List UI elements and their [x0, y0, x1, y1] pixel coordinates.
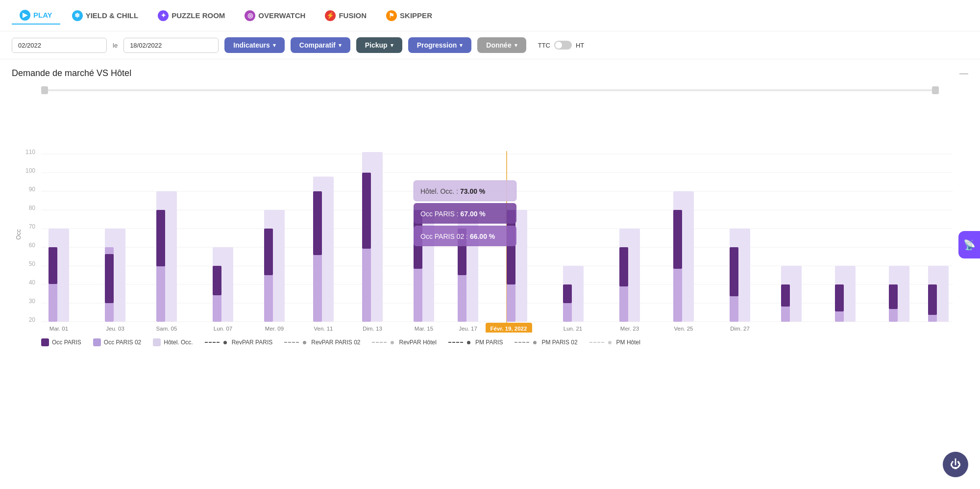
occ-paris-swatch	[41, 338, 49, 346]
svg-text:Févr. 19, 2022: Févr. 19, 2022	[490, 326, 527, 332]
bar-paris	[105, 254, 114, 303]
ttc-ht-toggle-group: TTC HT	[538, 41, 585, 50]
svg-text:Ven. 11: Ven. 11	[314, 326, 333, 332]
bar-paris	[889, 284, 898, 309]
nav-bar: ▶ PLAY ❄ YIELD & CHILL ✦ PUZZLE ROOM ◎ O…	[0, 0, 980, 31]
svg-text:Mer. 09: Mer. 09	[265, 326, 284, 332]
legend-revpar-hotel: RevPAR Hôtel	[372, 339, 436, 346]
legend-pm-paris02: PM PARIS 02	[514, 339, 577, 346]
svg-text:Occ PARIS : 67.00 %: Occ PARIS : 67.00 %	[420, 210, 486, 218]
svg-text:Jeu. 03: Jeu. 03	[106, 326, 124, 332]
svg-text:Mer. 23: Mer. 23	[620, 326, 639, 332]
broadcast-icon: 📡	[963, 239, 976, 251]
revpar-paris02-label: RevPAR PARIS 02	[311, 339, 360, 346]
date-from-input[interactable]	[12, 38, 107, 53]
svg-text:Sam. 05: Sam. 05	[156, 326, 177, 332]
legend-revpar-paris: RevPAR PARIS	[205, 339, 273, 346]
occ-paris02-label: Occ PARIS 02	[104, 339, 141, 346]
ttc-label: TTC	[538, 42, 550, 49]
power-button[interactable]: ⏻	[943, 452, 968, 477]
occ-paris-label: Occ PARIS	[52, 339, 81, 346]
nav-label-play: PLAY	[33, 11, 52, 19]
nav-item-fusion[interactable]: ⚡ FUSION	[317, 7, 374, 24]
puzzle-icon: ✦	[158, 10, 169, 21]
ttc-ht-toggle[interactable]	[554, 41, 572, 50]
nav-label-puzzle: PUZZLE ROOM	[172, 11, 225, 20]
nav-item-puzzle[interactable]: ✦ PUZZLE ROOM	[150, 7, 233, 24]
svg-text:90: 90	[29, 186, 36, 193]
revpar-paris-line	[205, 342, 220, 343]
revpar-hotel-dot	[391, 341, 394, 344]
nav-item-skipper[interactable]: ⚑ SKIPPER	[378, 7, 440, 24]
pm-paris-line	[448, 342, 463, 343]
play-icon: ▶	[20, 10, 30, 21]
revpar-paris-label: RevPAR PARIS	[232, 339, 273, 346]
svg-text:20: 20	[29, 316, 36, 323]
svg-text:Mar. 01: Mar. 01	[49, 326, 68, 332]
comparatif-button[interactable]: Comparatif ▾	[291, 37, 350, 53]
donnee-button[interactable]: Donnée ▾	[477, 37, 526, 53]
float-action-button[interactable]: 📡	[958, 231, 980, 258]
bar-paris	[156, 210, 165, 266]
svg-text:Lun. 07: Lun. 07	[214, 326, 232, 332]
skipper-icon: ⚑	[386, 10, 397, 21]
revpar-paris02-dot	[303, 341, 306, 344]
chart-legend: Occ PARIS Occ PARIS 02 Hôtel. Occ. RevPA…	[12, 333, 968, 354]
nav-label-skipper: SKIPPER	[400, 11, 432, 20]
pm-hotel-dot	[608, 341, 612, 344]
svg-text:80: 80	[29, 205, 36, 211]
nav-item-yield[interactable]: ❄ YIELD & CHILL	[64, 7, 147, 24]
svg-text:Mar. 15: Mar. 15	[415, 326, 433, 332]
svg-text:Hôtel. Occ. : 73.00 %: Hôtel. Occ. : 73.00 %	[420, 187, 486, 195]
bar-paris	[563, 284, 572, 303]
chart-area: 20 30 40 50 60 70 80 90 100 110 Occ	[12, 97, 968, 333]
legend-occ-paris: Occ PARIS	[41, 338, 81, 346]
slider-handle-right[interactable]	[932, 86, 939, 94]
chart-title: Demande de marché VS Hôtel	[12, 68, 968, 78]
date-to-input[interactable]	[123, 38, 219, 53]
power-icon: ⏻	[950, 458, 961, 471]
pm-paris-label: PM PARIS	[475, 339, 503, 346]
slider-handle-left[interactable]	[41, 86, 48, 94]
indicateurs-button[interactable]: Indicateurs ▾	[224, 37, 285, 53]
svg-text:60: 60	[29, 242, 36, 249]
revpar-paris02-line	[284, 342, 299, 343]
bar-paris	[362, 173, 371, 249]
occ-paris02-swatch	[93, 338, 101, 346]
progression-button[interactable]: Progression ▾	[408, 37, 472, 53]
svg-text:Lun. 21: Lun. 21	[564, 326, 582, 332]
svg-text:Dim. 13: Dim. 13	[363, 326, 382, 332]
chevron-down-icon: ▾	[273, 42, 276, 49]
svg-text:Occ: Occ	[15, 229, 22, 239]
bar-paris	[49, 247, 57, 284]
bar-paris	[928, 284, 937, 315]
chart-section: Demande de marché VS Hôtel — 20 30 40 50…	[0, 59, 980, 354]
slider-track	[41, 89, 939, 91]
bar-paris	[313, 191, 322, 255]
bar-paris	[213, 266, 221, 295]
svg-text:50: 50	[29, 260, 36, 267]
nav-item-overwatch[interactable]: ◎ OVERWATCH	[237, 7, 313, 24]
pickup-button[interactable]: Pickup ▾	[356, 37, 402, 53]
fusion-icon: ⚡	[325, 10, 336, 21]
chevron-down-icon: ▾	[460, 42, 463, 49]
chevron-down-icon: ▾	[339, 42, 342, 49]
chevron-down-icon: ▾	[514, 42, 517, 49]
chart-range-slider[interactable]	[41, 83, 939, 97]
legend-hotel-occ: Hôtel. Occ.	[153, 338, 193, 346]
overwatch-icon: ◎	[245, 10, 255, 21]
svg-text:Dim. 27: Dim. 27	[730, 326, 750, 332]
pm-hotel-label: PM Hôtel	[616, 339, 640, 346]
bar-paris	[835, 284, 844, 311]
revpar-hotel-line	[372, 342, 387, 343]
legend-occ-paris02: Occ PARIS 02	[93, 338, 141, 346]
bar-paris	[264, 229, 273, 275]
nav-item-play[interactable]: ▶ PLAY	[12, 7, 60, 25]
nav-label-overwatch: OVERWATCH	[258, 11, 305, 20]
legend-pm-hotel: PM Hôtel	[589, 339, 640, 346]
date-separator: le	[113, 42, 118, 49]
bar-paris	[730, 247, 738, 296]
svg-text:Jeu. 17: Jeu. 17	[459, 326, 477, 332]
chart-minimize-button[interactable]: —	[959, 68, 968, 78]
revpar-hotel-label: RevPAR Hôtel	[399, 339, 436, 346]
